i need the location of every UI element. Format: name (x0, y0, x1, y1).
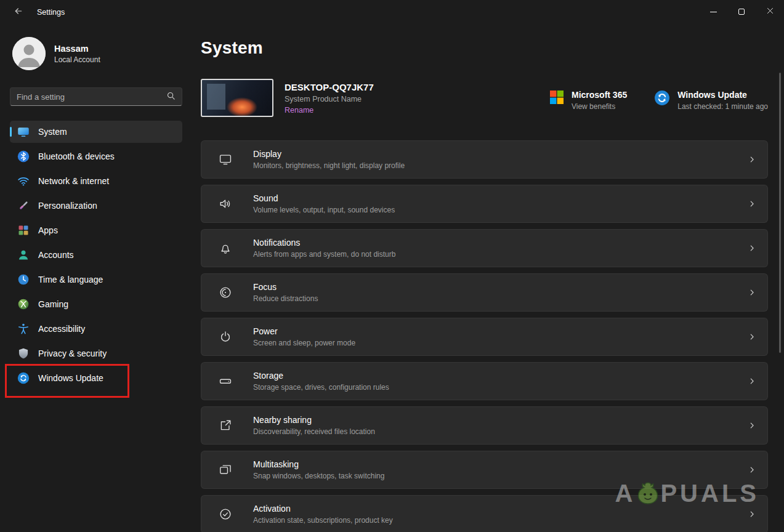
chevron-right-icon (748, 465, 756, 474)
scrollbar-thumb[interactable] (779, 73, 781, 353)
sidebar-item-label: Windows Update (38, 373, 103, 383)
search-input[interactable] (17, 92, 166, 102)
sidebar-item-privacy-security[interactable]: Privacy & security (10, 342, 182, 365)
storage-icon (219, 374, 232, 388)
settings-row-display[interactable]: Display Monitors, brightness, night ligh… (201, 140, 768, 179)
window-title: Settings (37, 8, 65, 17)
row-title: Focus (253, 282, 318, 292)
sidebar-item-label: Accounts (38, 250, 74, 260)
microsoft-365-title: Microsoft 365 (572, 90, 627, 100)
maximize-button[interactable] (727, 0, 756, 23)
settings-row-notifications[interactable]: Notifications Alerts from apps and syste… (201, 229, 768, 267)
row-subtitle: Volume levels, output, input, sound devi… (253, 206, 395, 214)
sidebar-item-personalization[interactable]: Personalization (10, 195, 182, 217)
row-title: Activation (253, 504, 393, 514)
rename-link[interactable]: Rename (285, 106, 313, 115)
row-subtitle: Screen and sleep, power mode (253, 339, 355, 347)
titlebar: Settings (0, 0, 784, 25)
window-controls (699, 0, 784, 23)
sidebar-nav: System Bluetooth & devices Network & int… (10, 121, 182, 389)
sidebar-item-apps[interactable]: Apps (10, 219, 182, 241)
microsoft-365-icon (549, 90, 564, 107)
display-icon (219, 153, 232, 166)
chevron-right-icon (748, 155, 756, 164)
account-card[interactable]: Hassam Local Account (12, 37, 182, 70)
search-box (10, 87, 182, 106)
device-header: DESKTOP-QQ7JK77 System Product Name Rena… (201, 78, 768, 118)
row-subtitle: Snap windows, desktops, task switching (253, 472, 384, 480)
gaming-icon (17, 298, 30, 310)
sidebar-item-gaming[interactable]: Gaming (10, 293, 182, 315)
sidebar-item-label: Accessibility (38, 324, 85, 334)
sidebar-item-label: Gaming (38, 299, 68, 309)
sidebar-item-system[interactable]: System (10, 121, 182, 143)
sidebar-item-accessibility[interactable]: Accessibility (10, 318, 182, 340)
last-checked-status: Last checked: 1 minute ago (677, 102, 768, 111)
maximize-icon (738, 9, 745, 15)
bluetooth-icon (17, 150, 30, 163)
minimize-button[interactable] (699, 0, 727, 23)
chevron-right-icon (748, 332, 756, 341)
chevron-right-icon (748, 510, 756, 518)
network-icon (17, 175, 30, 187)
row-title: Nearby sharing (253, 415, 375, 425)
apps-icon (17, 224, 30, 236)
chevron-right-icon (748, 377, 756, 385)
windows-update-status-block[interactable]: Windows Update Last checked: 1 minute ag… (654, 90, 768, 111)
accessibility-icon (17, 323, 30, 335)
activation-icon (219, 507, 232, 521)
sidebar-item-time-language[interactable]: Time & language (10, 268, 182, 291)
row-title: Notifications (253, 238, 395, 248)
row-subtitle: Alerts from apps and system, do not dist… (253, 250, 395, 259)
row-subtitle: Monitors, brightness, night light, displ… (253, 161, 405, 170)
windows-update-title: Windows Update (677, 90, 768, 100)
settings-row-activation[interactable]: Activation Activation state, subscriptio… (201, 495, 768, 532)
time-language-icon (17, 273, 30, 286)
device-product-name: System Product Name (285, 95, 374, 103)
sidebar-item-accounts[interactable]: Accounts (10, 244, 182, 266)
back-arrow-icon (14, 6, 23, 18)
system-icon (17, 126, 30, 138)
sidebar-item-network-internet[interactable]: Network & internet (10, 170, 182, 192)
settings-row-storage[interactable]: Storage Storage space, drives, configura… (201, 362, 768, 400)
row-subtitle: Reduce distractions (253, 294, 318, 303)
sidebar-item-bluetooth-devices[interactable]: Bluetooth & devices (10, 145, 182, 167)
main-content: System DESKTOP-QQ7JK77 System Product Na… (192, 25, 784, 532)
sidebar-item-windows-update[interactable]: Windows Update (10, 367, 182, 389)
settings-row-nearby-sharing[interactable]: Nearby sharing Discoverability, received… (201, 406, 768, 445)
privacy-security-icon (17, 347, 30, 360)
back-button[interactable] (6, 3, 31, 22)
row-title: Multitasking (253, 459, 384, 469)
personalization-icon (17, 200, 30, 212)
settings-row-focus[interactable]: Focus Reduce distractions (201, 273, 768, 312)
search-icon[interactable] (166, 91, 176, 103)
multitasking-icon (219, 463, 232, 477)
settings-row-sound[interactable]: Sound Volume levels, output, input, soun… (201, 185, 768, 223)
nearby-sharing-icon (219, 419, 232, 432)
minimize-icon (710, 12, 717, 12)
row-title: Storage (253, 371, 389, 381)
settings-row-multitasking[interactable]: Multitasking Snap windows, desktops, tas… (201, 451, 768, 489)
microsoft-365-block: Microsoft 365 View benefits (549, 90, 627, 111)
chevron-right-icon (748, 288, 756, 297)
focus-icon (219, 286, 232, 299)
power-icon (219, 330, 232, 344)
accounts-icon (17, 249, 30, 261)
sidebar-item-label: Bluetooth & devices (38, 151, 115, 161)
sidebar-item-label: Privacy & security (38, 349, 107, 358)
close-icon (766, 6, 774, 17)
user-name: Hassam (54, 44, 100, 54)
sidebar-item-label: System (38, 127, 67, 137)
chevron-right-icon (748, 421, 756, 430)
account-type: Local Account (54, 55, 100, 64)
windows-update-icon (17, 372, 30, 384)
close-button[interactable] (756, 0, 784, 23)
sidebar-item-label: Personalization (38, 201, 97, 211)
row-subtitle: Discoverability, received files location (253, 427, 375, 436)
row-title: Power (253, 326, 355, 336)
windows-update-icon (654, 90, 670, 108)
settings-row-power[interactable]: Power Screen and sleep, power mode (201, 318, 768, 356)
view-benefits-link[interactable]: View benefits (572, 102, 627, 111)
row-title: Sound (253, 193, 395, 203)
avatar (12, 37, 46, 70)
